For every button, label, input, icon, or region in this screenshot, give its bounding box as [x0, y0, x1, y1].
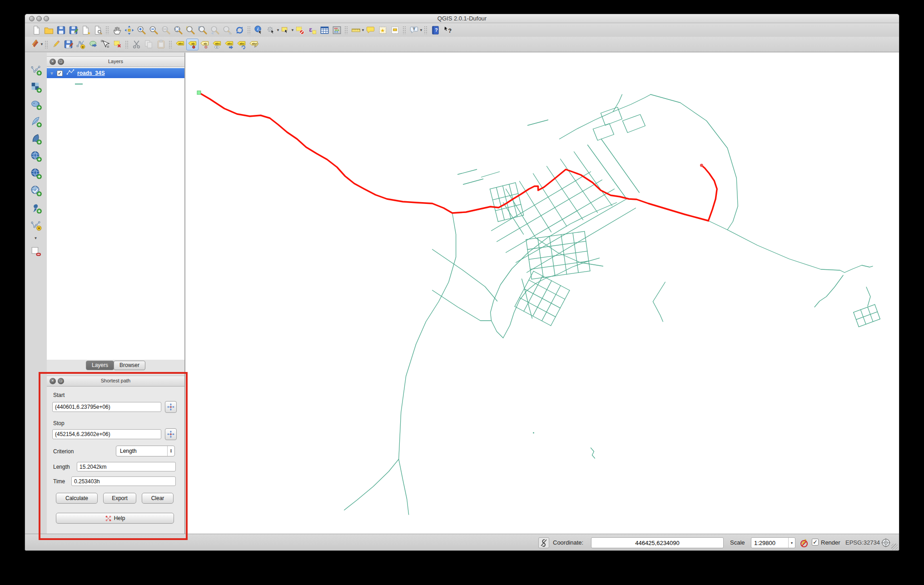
add-delimited-text-icon[interactable]: [30, 202, 42, 214]
main-content: ★▼ × ❏ Layers ▼ ✓ roads_34S: [25, 53, 899, 534]
map-canvas[interactable]: [185, 53, 899, 534]
composer-manager-icon[interactable]: [92, 24, 104, 36]
stop-input[interactable]: [52, 429, 161, 439]
scale-combo[interactable]: 1:29800 ▼: [751, 537, 795, 548]
left-dock: × ❏ Layers ▼ ✓ roads_34S Layers Browser: [47, 53, 185, 534]
status-bar: Coordinate: Scale 1:29800 ▼ ✓ Render EPS…: [25, 534, 899, 551]
attribute-table-icon[interactable]: [318, 24, 331, 36]
zoom-next-icon[interactable]: [221, 24, 233, 36]
new-bookmark-icon[interactable]: ★: [377, 24, 389, 36]
show-bookmarks-icon[interactable]: [389, 24, 401, 36]
new-composer-icon[interactable]: ★: [79, 24, 92, 36]
coordinate-input[interactable]: [591, 537, 724, 548]
label-visibility-icon[interactable]: abc: [211, 39, 223, 50]
criterion-select[interactable]: Length ▲▼: [116, 446, 175, 456]
zoom-selection-icon[interactable]: [184, 24, 197, 36]
layer-row-roads-34s[interactable]: ▼ ✓ roads_34S: [47, 68, 184, 78]
current-edits-icon[interactable]: [29, 39, 41, 50]
add-wfs-layer-icon[interactable]: [30, 184, 42, 197]
feature-action-icon[interactable]: [265, 24, 277, 36]
field-calculator-icon[interactable]: [331, 24, 343, 36]
pick-stop-button[interactable]: [165, 428, 177, 440]
map-tips-icon[interactable]: [364, 24, 377, 36]
whats-this-icon[interactable]: ?: [442, 24, 454, 36]
zoom-full-icon[interactable]: [172, 24, 184, 36]
zoom-last-icon[interactable]: [209, 24, 221, 36]
open-project-icon[interactable]: [43, 24, 55, 36]
scale-dropdown-icon[interactable]: ▼: [788, 538, 795, 548]
select-features-icon[interactable]: [279, 24, 292, 36]
new-shapefile-layer-icon-dropdown[interactable]: ▼: [34, 236, 37, 240]
time-label: Time: [53, 478, 65, 485]
add-wms-layer-icon[interactable]: [30, 150, 42, 162]
svg-text:★: ★: [380, 28, 385, 33]
measure-icon[interactable]: [350, 24, 362, 36]
text-annotation-icon[interactable]: T: [408, 24, 420, 36]
label-properties-icon[interactable]: abc: [248, 39, 260, 50]
crs-status-icon[interactable]: [881, 538, 891, 548]
add-feature-icon[interactable]: ★: [75, 39, 87, 50]
zoom-in-icon[interactable]: [135, 24, 148, 36]
labeling-icon[interactable]: abc: [174, 39, 186, 50]
label-unpin-icon[interactable]: ab: [199, 39, 211, 50]
tab-layers[interactable]: Layers: [86, 361, 114, 370]
layer-visibility-checkbox[interactable]: ✓: [57, 70, 63, 76]
pick-start-button[interactable]: [165, 401, 177, 413]
length-field[interactable]: [77, 462, 176, 471]
paste-features-icon[interactable]: [155, 39, 167, 50]
add-vector-layer-icon[interactable]: [30, 64, 42, 76]
shortest-path-title: Shortest path: [47, 378, 184, 383]
add-postgis-layer-icon[interactable]: [30, 98, 42, 110]
pan-map-icon[interactable]: [111, 24, 123, 36]
render-checkbox[interactable]: ✓: [812, 539, 819, 545]
stepper-arrows-icon: ▲▼: [167, 446, 174, 456]
zoom-out-icon[interactable]: [148, 24, 160, 36]
time-field[interactable]: [71, 476, 176, 486]
stop-rendering-icon[interactable]: [798, 538, 808, 548]
copy-features-icon[interactable]: [143, 39, 155, 50]
remove-layer-icon[interactable]: [30, 245, 42, 258]
save-project-as-icon[interactable]: [67, 24, 79, 36]
start-input[interactable]: [52, 402, 161, 412]
toggle-editing-icon[interactable]: [50, 39, 62, 50]
help-icon[interactable]: ?: [429, 24, 442, 36]
save-layer-edits-icon[interactable]: [62, 39, 75, 50]
deselect-icon[interactable]: [294, 24, 306, 36]
cut-features-icon[interactable]: [130, 39, 143, 50]
new-project-icon[interactable]: [30, 24, 43, 36]
label-rotate-icon[interactable]: abc: [235, 39, 248, 50]
save-project-icon[interactable]: [55, 24, 67, 36]
calculate-button[interactable]: Calculate: [56, 493, 98, 504]
label-move-icon[interactable]: abc: [223, 39, 235, 50]
label-pin-icon[interactable]: ab: [186, 39, 199, 50]
new-shapefile-layer-icon[interactable]: ★: [30, 219, 42, 231]
stop-label: Stop: [53, 420, 65, 426]
move-map-icon[interactable]: [123, 24, 135, 36]
export-button[interactable]: Export: [103, 493, 136, 504]
layer-legend-line-sample: [75, 84, 83, 84]
extents-toggle-icon[interactable]: [538, 537, 549, 548]
zoom-layer-icon[interactable]: [197, 24, 209, 36]
window-title: QGIS 2.0.1-Dufour: [25, 15, 899, 22]
resize-grip[interactable]: [891, 544, 898, 550]
tab-browser[interactable]: Browser: [114, 361, 145, 370]
add-mssql-layer-icon[interactable]: [30, 133, 42, 145]
select-expression-icon[interactable]: ε: [306, 24, 318, 36]
zoom-actual-icon[interactable]: 1:1: [160, 24, 172, 36]
toolbar-separator: [247, 26, 251, 34]
refresh-icon[interactable]: [233, 24, 246, 36]
layer-disclosure-icon[interactable]: ▼: [50, 71, 56, 76]
node-tool-icon[interactable]: [99, 39, 111, 50]
stop-point-marker: [700, 164, 703, 167]
identify-icon[interactable]: i: [253, 24, 265, 36]
add-raster-layer-icon[interactable]: [30, 81, 42, 93]
delete-selected-icon[interactable]: [111, 39, 124, 50]
clear-button[interactable]: Clear: [142, 493, 174, 504]
svg-text:?: ?: [435, 27, 437, 33]
help-button[interactable]: Help: [56, 513, 174, 524]
add-wcs-layer-icon[interactable]: [30, 167, 42, 179]
title-bar[interactable]: QGIS 2.0.1-Dufour: [25, 14, 899, 23]
dock-tabs: Layers Browser: [47, 361, 184, 372]
move-feature-icon[interactable]: [87, 39, 99, 50]
add-spatialite-layer-icon[interactable]: [30, 115, 42, 128]
